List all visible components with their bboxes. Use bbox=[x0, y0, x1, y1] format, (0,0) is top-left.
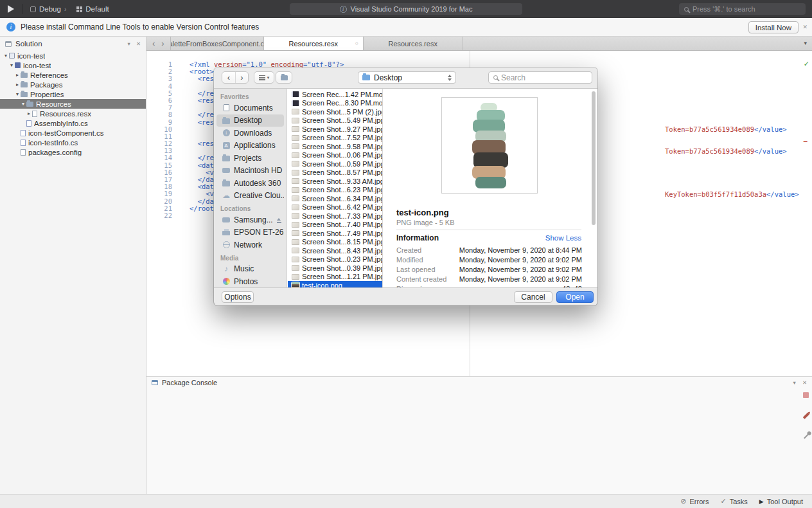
file-item-screen-shot-8-57-pm-jpg[interactable]: Screen Shot...8.57 PM.jpg bbox=[288, 168, 382, 177]
dock-icon[interactable] bbox=[128, 41, 130, 47]
file-item-screen-shot-6-23-pm-jpg[interactable]: Screen Shot...6.23 PM.jpg bbox=[288, 186, 382, 195]
file-item-screen-shot-5-pm-2-jpg[interactable]: Screen Shot...5 PM (2).jpg bbox=[288, 107, 382, 116]
tree-item-0-icon-test[interactable]: ▾icon-test bbox=[0, 51, 146, 60]
tree-collapsed-arrow-icon[interactable]: ▸ bbox=[14, 82, 21, 87]
tree-expanded-arrow-icon[interactable]: ▾ bbox=[3, 53, 9, 59]
run-button[interactable] bbox=[8, 5, 14, 13]
show-less-link[interactable]: Show Less bbox=[545, 234, 581, 242]
back-button[interactable] bbox=[222, 72, 235, 83]
tree-item-5-resources[interactable]: ▾Resources bbox=[0, 99, 146, 109]
dock-icon[interactable] bbox=[793, 379, 796, 386]
tree-collapsed-arrow-icon[interactable]: ▸ bbox=[26, 111, 32, 116]
package-console-output[interactable] bbox=[146, 388, 803, 494]
info-label: Dimensions bbox=[396, 285, 433, 288]
close-pad-icon[interactable] bbox=[136, 41, 141, 47]
sidebar-item-photos[interactable]: Photos bbox=[216, 275, 284, 287]
file-item-screen-shot-6-42-pm-jpg[interactable]: Screen Shot...6.42 PM.jpg bbox=[288, 203, 382, 212]
statusbar-label: Tasks bbox=[730, 498, 748, 505]
file-item-screen-shot-8-15-pm-jpg[interactable]: Screen Shot...8.15 PM.jpg bbox=[288, 238, 382, 247]
sidebar-item-epson-et-26[interactable]: EPSON ET-26... bbox=[216, 226, 284, 239]
open-button[interactable]: Open bbox=[556, 291, 594, 303]
tab-close-icon[interactable]: ○ bbox=[355, 41, 358, 46]
file-name: Screen Shot...1.21 PM.jpg bbox=[302, 273, 383, 280]
statusbar-errors[interactable]: ⊘Errors bbox=[680, 497, 709, 505]
tab-1-resources-resx[interactable]: Resources.resx○ bbox=[264, 37, 364, 50]
tree-collapsed-arrow-icon[interactable]: ▸ bbox=[14, 72, 21, 78]
window-title-pill: Visual Studio Community 2019 for Mac bbox=[290, 3, 522, 15]
tab-2-resources-resx[interactable]: Resources.resx bbox=[364, 37, 463, 50]
pin-icon[interactable] bbox=[804, 434, 809, 439]
file-item-screen-shot-0-06-pm-jpg[interactable]: Screen Shot...0.06 PM.jpg bbox=[288, 151, 382, 160]
sidebar-item-music[interactable]: Music bbox=[216, 263, 284, 276]
statusbar-tool-output[interactable]: ▶Tool Output bbox=[759, 498, 803, 505]
sidebar-item-applications[interactable]: Applications bbox=[216, 140, 284, 152]
notification-close-icon[interactable] bbox=[802, 24, 808, 30]
file-item-screen-shot-9-27-pm-jpg[interactable]: Screen Shot...9.27 PM.jpg bbox=[288, 125, 382, 134]
sidebar-item-samsung[interactable]: Samsung... bbox=[216, 213, 284, 226]
statusbar-tasks[interactable]: ✓Tasks bbox=[720, 497, 747, 505]
sidebar-item-downloads[interactable]: Downloads bbox=[216, 127, 284, 140]
preview-scrollbar[interactable] bbox=[592, 91, 596, 225]
dialog-search-input[interactable]: Search bbox=[488, 71, 592, 84]
navigate-forward-button[interactable] bbox=[161, 39, 164, 48]
dialog-file-list[interactable]: Screen Rec...1.42 PM.movScreen Rec...8.3… bbox=[288, 89, 383, 287]
forward-button[interactable] bbox=[235, 72, 248, 83]
global-search-input[interactable]: Press '⌘.' to search bbox=[679, 3, 806, 15]
tree-item-10-packages-config[interactable]: packages.config bbox=[0, 147, 146, 157]
navigate-back-button[interactable] bbox=[152, 39, 155, 48]
file-item-screen-shot-5-49-pm-jpg[interactable]: Screen Shot...5.49 PM.jpg bbox=[288, 116, 382, 125]
file-item-test-icon-png[interactable]: test-icon.png bbox=[288, 281, 382, 287]
line-number: 8 bbox=[146, 111, 172, 118]
file-item-screen-shot-9-33-am-jpg[interactable]: Screen Shot...9.33 AM.jpg bbox=[288, 177, 382, 186]
file-item-screen-shot-6-34-pm-jpg[interactable]: Screen Shot...6.34 PM.jpg bbox=[288, 194, 382, 203]
tree-item-8-icon-testcomponent-cs[interactable]: icon-testComponent.cs bbox=[0, 128, 146, 138]
folder-menu-button[interactable] bbox=[276, 71, 292, 84]
sidebar-item-documents[interactable]: Documents bbox=[216, 102, 284, 114]
file-jpg-icon bbox=[292, 143, 299, 149]
tree-item-9-icon-testinfo-cs[interactable]: icon-testInfo.cs bbox=[0, 138, 146, 147]
tree-item-3-packages[interactable]: ▸Packages bbox=[0, 80, 146, 89]
sidebar-item-autodesk-360[interactable]: Autodesk 360 bbox=[216, 177, 284, 190]
tree-expanded-arrow-icon[interactable]: ▾ bbox=[20, 101, 26, 107]
file-item-screen-rec-1-42-pm-mov[interactable]: Screen Rec...1.42 PM.mov bbox=[288, 90, 382, 99]
close-pad-icon[interactable] bbox=[802, 379, 807, 386]
tree-item-2-references[interactable]: ▸References bbox=[0, 70, 146, 80]
tree-item-4-properties[interactable]: ▾Properties bbox=[0, 89, 146, 99]
file-item-screen-shot-7-52-pm-jpg[interactable]: Screen Shot...7.52 PM.jpg bbox=[288, 134, 382, 143]
tree-expanded-arrow-icon[interactable]: ▾ bbox=[14, 91, 21, 97]
tree-item-7-assemblyinfo-cs[interactable]: AssemblyInfo.cs bbox=[0, 118, 146, 128]
file-item-screen-rec-8-30-pm-mov[interactable]: Screen Rec...8.30 PM.mov bbox=[288, 99, 382, 108]
music-icon bbox=[222, 264, 231, 273]
debug-configuration-selector[interactable]: Debug bbox=[30, 5, 66, 13]
cancel-button[interactable]: Cancel bbox=[514, 291, 552, 303]
file-item-screen-shot-1-21-pm-jpg[interactable]: Screen Shot...1.21 PM.jpg bbox=[288, 273, 382, 282]
file-item-screen-shot-0-23-pm-jpg[interactable]: Screen Shot...0.23 PM.jpg bbox=[288, 255, 382, 264]
errors-pad-icon[interactable] bbox=[803, 392, 809, 398]
tab-overflow-icon[interactable] bbox=[804, 40, 807, 46]
file-item-screen-shot-0-39-pm-jpg[interactable]: Screen Shot...0.39 PM.jpg bbox=[288, 264, 382, 273]
options-button[interactable]: Options bbox=[222, 291, 254, 303]
install-now-button[interactable]: Install Now bbox=[748, 21, 799, 33]
tree-expanded-arrow-icon[interactable]: ▾ bbox=[8, 62, 15, 68]
sidebar-item-creative-clou[interactable]: Creative Clou... bbox=[216, 190, 284, 203]
search-icon bbox=[684, 7, 689, 12]
device-selector[interactable]: Default bbox=[76, 5, 109, 13]
file-item-screen-shot-8-43-pm-jpg[interactable]: Screen Shot...8.43 PM.jpg bbox=[288, 246, 382, 255]
sidebar-item-desktop[interactable]: Desktop bbox=[216, 114, 284, 127]
file-name: Screen Shot...6.23 PM.jpg bbox=[302, 186, 383, 194]
sidebar-item-projects[interactable]: Projects bbox=[216, 152, 284, 165]
sidebar-item-macintosh-hd[interactable]: Macintosh HD bbox=[216, 165, 284, 177]
view-options-button[interactable] bbox=[254, 71, 274, 84]
brush-icon[interactable] bbox=[802, 412, 809, 419]
sidebar-item-network[interactable]: Network bbox=[216, 239, 284, 251]
eject-icon[interactable] bbox=[277, 216, 281, 221]
file-item-screen-shot-0-59-pm-jpg[interactable]: Screen Shot...0.59 PM.jpg bbox=[288, 159, 382, 168]
file-item-screen-shot-7-33-pm-jpg[interactable]: Screen Shot...7.33 PM.jpg bbox=[288, 212, 382, 221]
tab-0-palettefromboxescomponent-c[interactable]: PaletteFromBoxesComponent.c... bbox=[170, 37, 264, 50]
location-popup[interactable]: Desktop bbox=[358, 71, 456, 84]
file-item-screen-shot-7-40-pm-jpg[interactable]: Screen Shot...7.40 PM.jpg bbox=[288, 221, 382, 230]
tree-item-1-icon-test[interactable]: ▾icon-test bbox=[0, 60, 146, 70]
file-item-screen-shot-9-58-pm-jpg[interactable]: Screen Shot...9.58 PM.jpg bbox=[288, 142, 382, 151]
file-item-screen-shot-7-49-pm-jpg[interactable]: Screen Shot...7.49 PM.jpg bbox=[288, 229, 382, 238]
tree-item-6-resources-resx[interactable]: ▸Resources.resx bbox=[0, 109, 146, 118]
